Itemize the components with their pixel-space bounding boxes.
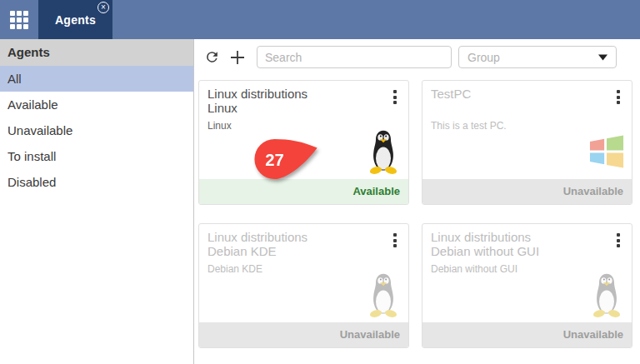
- agent-card-subtitle: [431, 101, 612, 115]
- agent-card-subtitle: Linux: [208, 101, 388, 115]
- plus-icon: [229, 49, 246, 66]
- kebab-menu-icon[interactable]: [612, 230, 625, 258]
- sidebar-item-to-install[interactable]: To install: [0, 143, 193, 169]
- kebab-menu-icon[interactable]: [388, 230, 402, 258]
- agent-card-linux[interactable]: Linux distributions Linux Linux 27: [198, 80, 409, 205]
- tab-agents[interactable]: Agents ×: [38, 0, 112, 39]
- kebab-menu-icon[interactable]: [612, 87, 625, 115]
- agent-card-debian-kde[interactable]: Linux distributions Debian KDE Debian KD…: [198, 223, 409, 348]
- kebab-menu-icon[interactable]: [388, 87, 402, 115]
- app-grid-icon: [10, 11, 28, 29]
- tab-close-icon[interactable]: ×: [98, 2, 109, 13]
- refresh-button[interactable]: [202, 48, 221, 67]
- session-count-badge: 27: [252, 137, 321, 182]
- status-badge: Unavailable: [199, 322, 408, 347]
- group-filter-placeholder: Group: [468, 51, 500, 64]
- sidebar-header: Agents: [0, 39, 193, 66]
- tab-agents-label: Agents: [55, 13, 96, 27]
- tux-penguin-icon: [592, 271, 622, 319]
- app-grid-button[interactable]: [0, 0, 38, 39]
- agent-cards-grid: Linux distributions Linux Linux 27: [194, 75, 640, 348]
- refresh-icon: [204, 49, 220, 65]
- sidebar-item-available[interactable]: Available: [0, 92, 193, 117]
- group-filter-select[interactable]: Group: [458, 46, 617, 68]
- toolbar: Group: [194, 39, 640, 75]
- sidebar-item-unavailable[interactable]: Unavailable: [0, 117, 193, 143]
- agent-card-subtitle: Debian without GUI: [431, 244, 612, 258]
- caret-down-icon: [598, 54, 608, 61]
- agent-card-description: This is a test PC.: [431, 120, 623, 132]
- agent-card-title: Linux distributions: [208, 87, 388, 101]
- agent-card-testpc[interactable]: TestPC This is a test PC. Unavailable: [422, 80, 632, 205]
- svg-text:27: 27: [265, 151, 284, 169]
- add-agent-button[interactable]: [228, 48, 247, 67]
- sidebar: Agents All Available Unavailable To inst…: [0, 39, 194, 364]
- agent-card-subtitle: Debian KDE: [208, 244, 388, 258]
- sidebar-item-disabled[interactable]: Disabled: [0, 169, 193, 195]
- search-input[interactable]: [257, 46, 452, 68]
- agent-card-debian-nogui[interactable]: Linux distributions Debian without GUI D…: [422, 223, 632, 348]
- status-badge: Available: [199, 179, 408, 204]
- agent-card-title: Linux distributions: [431, 230, 612, 244]
- top-bar: Agents ×: [0, 0, 640, 39]
- tux-penguin-icon: [368, 127, 398, 176]
- sidebar-item-all[interactable]: All: [0, 66, 193, 92]
- tux-penguin-icon: [368, 271, 398, 319]
- status-badge: Unavailable: [422, 179, 632, 204]
- main-content: Group Linux distributions Linux Linux: [194, 39, 640, 364]
- agent-card-title: Linux distributions: [208, 230, 388, 244]
- agent-card-title: TestPC: [431, 87, 612, 101]
- windows-logo-icon: [588, 134, 625, 169]
- status-badge: Unavailable: [422, 322, 632, 347]
